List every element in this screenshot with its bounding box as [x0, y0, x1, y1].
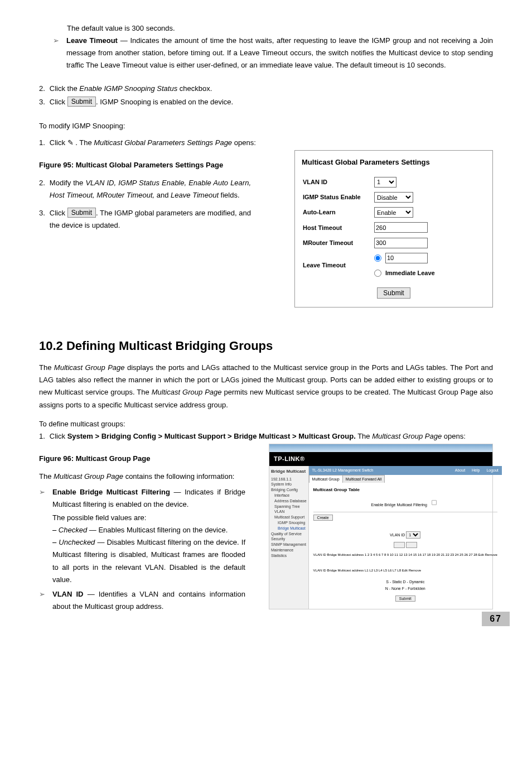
- sidebar-item[interactable]: Spanning Tree: [271, 504, 307, 510]
- leave-timeout-radio-value[interactable]: [374, 254, 381, 262]
- modify-step2: Modify the VLAN ID, IGMP Status Enable, …: [50, 177, 251, 201]
- step-number: 2.: [39, 177, 45, 189]
- step-number: 1.: [39, 430, 45, 443]
- figure-96-panel: TP-LINK® Bridge Multicast 192.168.1.1 Sy…: [269, 444, 493, 609]
- section-heading: 10.2 Defining Multicast Bridging Groups: [39, 335, 493, 356]
- prev-button[interactable]: [394, 542, 405, 548]
- immediate-leave-label: Immediate Leave: [385, 268, 435, 278]
- tab-multicast-group[interactable]: Multicast Group: [309, 475, 343, 483]
- step-number: 3.: [39, 207, 45, 219]
- about-link[interactable]: About: [455, 468, 465, 472]
- modify-step1: Click ✎ . The Multicast Global Parameter…: [50, 137, 256, 149]
- device-title: TL-SL3428 L2 Management Switch: [312, 467, 374, 474]
- bullet-arrow-icon: ➢: [39, 486, 47, 498]
- section-paragraph: The Multicast Group Page displays the po…: [39, 362, 493, 411]
- leave-timeout-label: Leave Timeout: [66, 36, 118, 45]
- legend-line-1: S - Static D - Dynamic: [313, 579, 497, 585]
- sidebar-item[interactable]: SNMP Management: [271, 542, 307, 547]
- panel-title: Multicast Group Table: [313, 486, 497, 494]
- default-value-line: The default value is 300 seconds.: [67, 22, 493, 35]
- modify-step3: Click Submit. The IGMP global parameters…: [50, 207, 251, 232]
- sidebar-item[interactable]: VLAN: [271, 509, 307, 515]
- define-step1: Click System > Bridging Config > Multica…: [50, 430, 466, 443]
- define-intro: To define multicast groups:: [39, 418, 493, 430]
- possible-values-text: The possible field values are:: [52, 512, 245, 524]
- enable-filter-checkbox[interactable]: [432, 500, 437, 505]
- legend-line-2: N - None F - Forbidden: [313, 585, 497, 592]
- sidebar-item[interactable]: Bridging Config: [271, 487, 307, 493]
- help-link[interactable]: Help: [472, 468, 480, 472]
- bullet-arrow-icon: ➢: [39, 588, 47, 601]
- sidebar-item[interactable]: Interface: [271, 493, 307, 498]
- sidebar-title: Bridge Multicast: [271, 468, 307, 474]
- step3-text: Click Submit. IGMP Snooping is enabled o…: [50, 96, 233, 108]
- bullet-enable-filter: Enable Bridge Multicast Filtering — Indi…: [52, 486, 245, 511]
- checked-option: – Checked — Enables Multicast filtering …: [52, 524, 245, 536]
- auto-learn-label: Auto-Learn: [303, 205, 373, 219]
- figure-95-panel: Multicast Global Parameters Settings VLA…: [294, 150, 493, 308]
- create-button[interactable]: Create: [313, 515, 333, 521]
- step2-text: Click the Enable IGMP Snooping Status ch…: [50, 83, 212, 95]
- step-number: 1.: [39, 137, 45, 149]
- igmp-status-select[interactable]: Disable: [374, 192, 413, 203]
- sidebar-item[interactable]: Statistics: [271, 553, 307, 559]
- mgp-intro: The Multicast Group Page contains the fo…: [39, 470, 245, 483]
- tab-multicast-forward-all[interactable]: Multicast Forward All: [342, 475, 385, 483]
- figure-96-sidebar: Bridge Multicast 192.168.1.1 System Info…: [269, 466, 309, 609]
- logout-link[interactable]: Logout: [486, 468, 498, 472]
- figure-95-title: Multicast Global Parameters Settings: [302, 156, 486, 169]
- figure-95-submit-button[interactable]: Submit: [377, 287, 410, 299]
- next-button[interactable]: [406, 542, 417, 548]
- sidebar-item-selected[interactable]: Bridge Multicast: [271, 526, 307, 531]
- leave-timeout-field-label: Leave Timeout: [303, 251, 373, 280]
- table-header-lags: VLAN ID Bridge Multicast address L1 L2 L…: [313, 568, 497, 573]
- bullet-arrow-icon: ➢: [53, 35, 61, 47]
- sidebar-item[interactable]: Maintenance: [271, 547, 307, 553]
- mrouter-timeout-input[interactable]: [374, 238, 428, 248]
- sidebar-item[interactable]: Quality of Service: [271, 531, 307, 537]
- host-timeout-input[interactable]: [374, 222, 428, 233]
- igmp-status-label: IGMP Status Enable: [303, 190, 373, 204]
- table-header-ports: VLAN ID Bridge Multicast address 1 2 3 4…: [313, 552, 497, 558]
- sidebar-item[interactable]: 192.168.1.1: [271, 477, 307, 482]
- page-number: 67: [482, 612, 510, 626]
- unchecked-option: – Unchecked — Disables Multicast filteri…: [52, 536, 245, 585]
- pencil-icon: ✎: [67, 138, 74, 147]
- auto-learn-select[interactable]: Enable: [374, 207, 413, 218]
- submit-button-inline[interactable]: Submit: [67, 208, 96, 218]
- vlan-id-label: VLAN ID: [303, 175, 373, 189]
- mrouter-timeout-label: MRouter Timeout: [303, 236, 373, 250]
- leave-timeout-input[interactable]: [385, 253, 428, 263]
- vlan-id-select[interactable]: 1: [374, 177, 396, 188]
- vlan-id-select-f96[interactable]: 1: [406, 531, 420, 539]
- sidebar-item[interactable]: Security: [271, 536, 307, 542]
- host-timeout-label: Host Timeout: [303, 220, 373, 234]
- immediate-leave-radio[interactable]: [374, 270, 381, 277]
- sidebar-item[interactable]: Address Database: [271, 498, 307, 504]
- figure-96-submit-button[interactable]: Submit: [395, 595, 415, 602]
- leave-timeout-bullet: Leave Timeout — Indicates the amount of …: [66, 35, 493, 71]
- step-number: 2.: [39, 83, 45, 95]
- submit-button-inline[interactable]: Submit: [67, 97, 96, 107]
- bullet-vlan-id: VLAN ID — Identifies a VLAN and contains…: [52, 588, 245, 613]
- tp-link-logo: TP-LINK®: [269, 452, 492, 466]
- enable-filter-label: Enable Bridge Multicast Filtering: [371, 503, 427, 507]
- modify-intro: To modify IGMP Snooping:: [39, 120, 493, 132]
- sidebar-item[interactable]: Multicast Support: [271, 515, 307, 520]
- sidebar-item[interactable]: IGMP Snooping: [271, 520, 307, 526]
- step-number: 3.: [39, 96, 45, 108]
- sidebar-item[interactable]: System Info: [271, 482, 307, 487]
- vlan-id-lbl: VLAN ID: [390, 533, 405, 537]
